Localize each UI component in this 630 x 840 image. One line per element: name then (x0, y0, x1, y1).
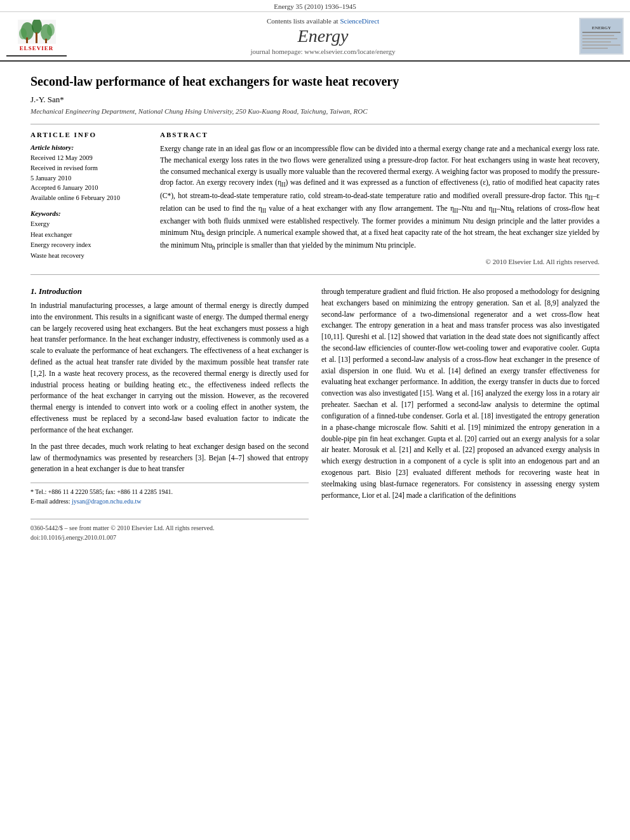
svg-text:ENERGY: ENERGY (592, 25, 611, 30)
keyword-4: Waste heat recovery (30, 251, 145, 262)
svg-rect-4 (26, 37, 28, 43)
journal-issue-text: Energy 35 (2010) 1936–1945 (274, 3, 356, 10)
main-content: 1. Introduction In industrial manufactur… (30, 286, 600, 542)
svg-rect-14 (582, 38, 617, 39)
right-column: through temperature gradient and fluid f… (321, 286, 600, 542)
paper-authors: J.-Y. San* (30, 95, 600, 105)
svg-point-7 (19, 28, 27, 39)
abstract-panel: ABSTRACT Exergy change rate in an ideal … (160, 131, 600, 265)
svg-rect-17 (582, 48, 608, 49)
doi-section: 0360-5442/$ – see front matter © 2010 El… (30, 519, 309, 542)
history-label: Article history: (30, 143, 145, 151)
elsevier-tree-icon (18, 20, 56, 44)
journal-homepage: journal homepage: www.elsevier.com/locat… (73, 48, 573, 55)
divider-2 (30, 274, 600, 275)
divider-1 (30, 124, 600, 124)
article-info-abstract-section: ARTICLE INFO Article history: Received 1… (30, 131, 600, 265)
intro-paragraph-1: In industrial manufacturing processes, a… (30, 300, 309, 436)
available-online-date: Available online 6 February 2010 (30, 193, 145, 203)
top-bar: Energy 35 (2010) 1936–1945 (0, 0, 630, 12)
keywords-label: Keywords: (30, 210, 145, 217)
left-column: 1. Introduction In industrial manufactur… (30, 286, 309, 542)
email-link[interactable]: jysan@dragon.nchu.edu.tw (72, 498, 141, 505)
journal-header: ELSEVIER Contents lists available at Sci… (0, 12, 630, 62)
svg-rect-12 (582, 32, 620, 33)
journal-title: Energy (73, 26, 573, 46)
svg-rect-15 (582, 41, 611, 43)
keywords-section: Keywords: Exergy Heat exchanger Energy r… (30, 210, 145, 262)
accepted-date: Accepted 6 January 2010 (30, 183, 145, 193)
svg-point-8 (47, 23, 55, 36)
section-1-heading: 1. Introduction (30, 286, 309, 297)
paper-title: Second-law performance of heat exchanger… (30, 73, 600, 90)
footnote-area: * Tel.: +886 11 4 2220 5585; fax: +886 1… (30, 483, 309, 506)
revised-date: 5 January 2010 (30, 173, 145, 183)
contents-list-label: Contents lists available at ScienceDirec… (73, 17, 573, 25)
paper-body: Second-law performance of heat exchanger… (0, 62, 630, 557)
journal-center: Contents lists available at ScienceDirec… (73, 17, 573, 55)
copyright-bottom: 0360-5442/$ – see front matter © 2010 El… (30, 523, 309, 533)
received-date: Received 12 May 2009 (30, 153, 145, 163)
paper-affiliation: Mechanical Engineering Department, Natio… (30, 107, 600, 115)
svg-rect-16 (582, 44, 620, 46)
footnote-email: E-mail address: jysan@dragon.nchu.edu.tw (30, 497, 309, 506)
intro-paragraph-2: In the past three decades, much work rel… (30, 441, 309, 475)
abstract-heading: ABSTRACT (160, 131, 600, 138)
svg-rect-5 (36, 32, 37, 43)
journal-cover-thumbnail: ENERGY (579, 18, 624, 55)
footnote-tel: * Tel.: +886 11 4 2220 5585; fax: +886 1… (30, 487, 309, 497)
article-info-panel: ARTICLE INFO Article history: Received 1… (30, 131, 145, 265)
svg-rect-13 (582, 35, 614, 36)
intro-paragraph-right: through temperature gradient and fluid f… (321, 286, 600, 501)
keyword-3: Energy recovery index (30, 240, 145, 251)
elsevier-logo: ELSEVIER (6, 16, 67, 57)
keyword-1: Exergy (30, 219, 145, 230)
doi-line: doi:10.1016/j.energy.2010.01.007 (30, 533, 309, 542)
received-revised-label: Received in revised form (30, 163, 145, 173)
science-direct-link[interactable]: ScienceDirect (340, 17, 379, 25)
keyword-2: Heat exchanger (30, 230, 145, 241)
elsevier-brand-text: ELSEVIER (20, 45, 54, 51)
copyright-notice: © 2010 Elsevier Ltd. All rights reserved… (160, 258, 600, 265)
svg-rect-6 (45, 39, 47, 43)
article-info-heading: ARTICLE INFO (30, 131, 145, 138)
abstract-text: Exergy change rate in an ideal gas flow … (160, 143, 600, 253)
